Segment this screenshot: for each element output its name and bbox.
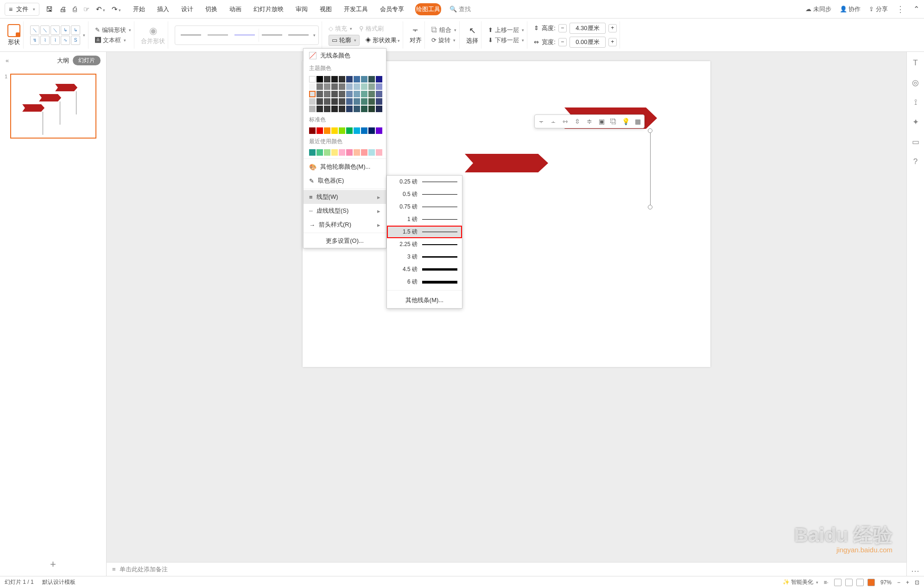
equal-size-icon[interactable]: ≑ xyxy=(585,117,594,126)
textbox-button[interactable]: 🅰 文本框▾ xyxy=(95,36,131,44)
height-plus[interactable]: + xyxy=(608,24,617,32)
coop-button[interactable]: 👤 协作 xyxy=(840,5,861,13)
tab-review[interactable]: 审阅 xyxy=(295,3,309,15)
copy-icon[interactable]: ⿻ xyxy=(609,117,618,126)
weight-6[interactable]: 6 磅 xyxy=(387,276,462,288)
help-icon[interactable]: ? xyxy=(913,157,918,166)
recent-color-grid[interactable] xyxy=(304,147,386,158)
tab-outline[interactable]: 大纲 xyxy=(57,57,69,65)
tab-member[interactable]: 会员专享 xyxy=(379,3,405,15)
notes-toggle-icon[interactable]: ≡· xyxy=(824,579,829,586)
tab-home[interactable]: 开始 xyxy=(132,3,146,15)
export-icon[interactable]: 🖨 xyxy=(59,5,66,13)
tab-slideshow[interactable]: 幻灯片放映 xyxy=(253,3,285,15)
weight-225[interactable]: 2.25 磅 xyxy=(387,238,462,251)
height-input[interactable]: 4.30厘米 xyxy=(570,23,606,34)
normal-view-icon[interactable] xyxy=(834,579,842,586)
standard-color-grid[interactable] xyxy=(304,126,386,136)
more-settings-item[interactable]: 更多设置(O)... xyxy=(304,234,386,248)
line-style-gallery[interactable]: ▾ xyxy=(175,25,319,45)
collapse-ribbon-icon[interactable]: ⌃ xyxy=(913,5,919,13)
select-button[interactable]: ↖ 选择 xyxy=(466,25,478,45)
tab-slides[interactable]: 幻灯片 xyxy=(73,56,101,65)
align-bottom-icon[interactable]: ⫠ xyxy=(549,117,558,126)
eyedropper-item[interactable]: ✎取色器(E) xyxy=(304,174,386,188)
weight-item[interactable]: ≡线型(W)▸ xyxy=(304,190,386,204)
weight-more[interactable]: 其他线条(M)... xyxy=(387,292,462,308)
idea-panel-icon[interactable]: ◎ xyxy=(912,78,919,88)
width-minus[interactable]: − xyxy=(558,38,567,46)
fit-icon[interactable]: ⊡ xyxy=(915,579,919,586)
crop-icon[interactable]: ▣ xyxy=(597,117,606,126)
width-input[interactable]: 0.00厘米 xyxy=(570,37,606,48)
weight-025[interactable]: 0.25 磅 xyxy=(387,176,462,188)
weight-15[interactable]: 1.5 磅 xyxy=(387,226,462,238)
sidebar-more-icon[interactable]: ⋯ xyxy=(911,566,920,576)
notes-icon: ≡ xyxy=(112,566,116,573)
notes-bar[interactable]: ≡ 单击此处添加备注 xyxy=(107,562,906,576)
arrowstyle-item[interactable]: →箭头样式(R)▸ xyxy=(304,218,386,232)
search-button[interactable]: 🔍 查找 xyxy=(449,5,471,13)
weight-45[interactable]: 4.5 磅 xyxy=(387,263,462,276)
more-icon[interactable]: ⋮ xyxy=(896,4,905,14)
outline-button[interactable]: ▭ 轮廓▾ xyxy=(329,35,360,46)
add-slide-button[interactable]: + xyxy=(0,553,106,576)
beautify-button[interactable]: ✨ 智能美化 ▾ xyxy=(783,578,818,586)
theme-color-grid[interactable] xyxy=(304,74,386,114)
dash-item[interactable]: ┈虚线线型(S)▸ xyxy=(304,204,386,218)
more-tools-icon[interactable]: ▦ xyxy=(633,117,642,126)
page-indicator: 幻灯片 1 / 1 xyxy=(5,578,34,586)
sync-status[interactable]: ☁ 未同步 xyxy=(805,5,831,13)
collapse-panel-icon[interactable]: « xyxy=(6,57,9,64)
align-left-icon[interactable]: ⫟ xyxy=(537,117,546,126)
settings-panel-icon[interactable]: ⟟ xyxy=(914,98,917,107)
shape-effect-button[interactable]: ◈ 形状效果▾ xyxy=(365,36,400,44)
zoom-label[interactable]: 97% xyxy=(880,579,892,586)
tab-insert[interactable]: 插入 xyxy=(156,3,170,15)
print-icon[interactable]: ⎙ xyxy=(73,5,77,13)
save-icon[interactable]: 🖫 xyxy=(46,5,53,13)
idea-icon[interactable]: 💡 xyxy=(621,117,630,126)
weight-3[interactable]: 3 磅 xyxy=(387,251,462,263)
share-button[interactable]: ⇪ 分享 xyxy=(869,5,888,13)
zoom-in-icon[interactable]: + xyxy=(906,579,909,586)
undo-icon[interactable]: ↶▾ xyxy=(96,5,105,13)
no-line-item[interactable]: 无线条颜色 xyxy=(304,49,386,63)
tab-devtools[interactable]: 开发工具 xyxy=(343,3,369,15)
slide-number: 1 xyxy=(5,74,7,139)
shapes-button[interactable]: 形状 xyxy=(7,24,20,46)
rotate-button[interactable]: ⟳ 旋转▾ xyxy=(431,36,456,44)
magic-icon[interactable]: ✦ xyxy=(912,117,919,127)
slideshow-view-icon[interactable] xyxy=(867,579,875,586)
weight-1[interactable]: 1 磅 xyxy=(387,213,462,226)
distribute-v-icon[interactable]: ⇳ xyxy=(573,117,582,126)
present-icon[interactable]: ▭ xyxy=(912,137,919,147)
align-button[interactable]: ⫟ 对齐 xyxy=(410,25,422,44)
zoom-out-icon[interactable]: − xyxy=(897,579,900,586)
text-tool-icon[interactable]: T xyxy=(913,58,918,68)
move-down-button[interactable]: ⬇ 下移一层▾ xyxy=(488,36,524,44)
more-colors-item[interactable]: 🎨其他轮廓颜色(M)... xyxy=(304,160,386,174)
move-up-button[interactable]: ⬆ 上移一层▾ xyxy=(488,26,524,34)
line-preset-grid[interactable]: ＼＼＼↳↳ ↯⌇⌇∿S xyxy=(30,25,80,45)
arrow-shape-2[interactable] xyxy=(465,154,548,172)
distribute-h-icon[interactable]: ⇿ xyxy=(561,117,570,126)
width-plus[interactable]: + xyxy=(608,38,617,46)
tab-view[interactable]: 视图 xyxy=(319,3,333,15)
weight-05[interactable]: 0.5 磅 xyxy=(387,188,462,201)
preview-icon[interactable]: ☞ xyxy=(83,5,89,13)
tab-animation[interactable]: 动画 xyxy=(228,3,242,15)
tab-design[interactable]: 设计 xyxy=(180,3,194,15)
slide-thumb-1[interactable]: 1 xyxy=(5,74,101,139)
chevron-down-icon[interactable]: ▾ xyxy=(83,33,85,38)
reading-view-icon[interactable] xyxy=(856,579,864,586)
weight-075[interactable]: 0.75 磅 xyxy=(387,201,462,213)
tab-transition[interactable]: 切换 xyxy=(204,3,218,15)
redo-icon[interactable]: ↷▾ xyxy=(112,5,121,13)
edit-shape-button[interactable]: ✎ 编辑形状▾ xyxy=(95,26,131,34)
sorter-view-icon[interactable] xyxy=(845,579,853,586)
file-menu[interactable]: ≡ 文件 ▾ xyxy=(5,3,39,16)
tab-drawing-tool[interactable]: 绘图工具 xyxy=(415,3,441,15)
group-button[interactable]: ⿻ 组合▾ xyxy=(431,26,456,34)
height-minus[interactable]: − xyxy=(558,24,567,32)
